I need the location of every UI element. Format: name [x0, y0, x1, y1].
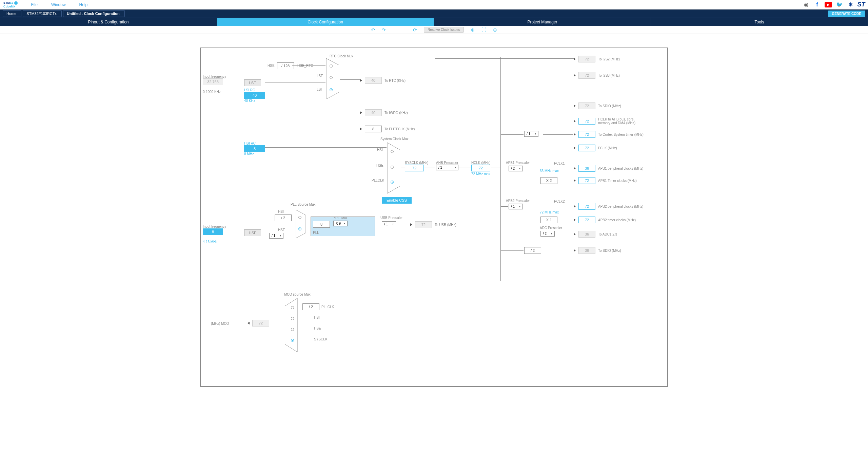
apb2-tim-val: 72 [578, 217, 595, 223]
menu-bar-left: STM32 CubeMx File Window Help [3, 1, 87, 8]
fit-icon[interactable]: ⛶ [481, 27, 486, 33]
st-logo-icon[interactable]: ST [858, 1, 865, 8]
breadcrumb-current: Untitled - Clock Configuration [63, 10, 125, 17]
rtc-out-txt: To RTC (KHz) [384, 79, 406, 82]
mco-mux[interactable] [285, 298, 298, 352]
svg-marker-1 [296, 210, 306, 238]
youtube-icon[interactable]: ▶ [825, 2, 832, 7]
hse-div-lbl: HSE [268, 64, 275, 68]
sdio2-val: 36 [578, 247, 595, 254]
ahb-prescaler-select[interactable]: / 1 [436, 165, 458, 170]
system-clock-mux[interactable] [387, 143, 400, 193]
rtc-out-val: 40 [365, 77, 382, 84]
tab-tools[interactable]: Tools [651, 18, 868, 26]
hse-freq-input[interactable]: 8 [203, 228, 223, 235]
apb1-tim-val: 72 [578, 177, 595, 184]
menu-bar-right: ◉ f ▶ 🐦 ✱ ST [803, 1, 865, 8]
adc-div-select[interactable]: / 2 [540, 231, 555, 237]
sysclk-val[interactable]: 72 [405, 165, 424, 171]
i2s2-val: 72 [578, 56, 595, 62]
i2s3-val: 72 [578, 72, 595, 79]
breadcrumb-home[interactable]: Home [3, 10, 21, 17]
iwdg-txt: To IWDG (KHz) [384, 111, 408, 115]
generate-code-button[interactable]: GENERATE CODE [828, 11, 866, 17]
pll-block: 8 *PLLMul X 9 PLL [311, 217, 375, 236]
hse-rtc-lbl: HSE_RTC [297, 64, 313, 68]
twitter-icon[interactable]: 🐦 [836, 1, 843, 8]
lsi-note: 40 KHz [244, 99, 265, 102]
hse-div128: / 128 [277, 62, 294, 69]
usb-div-select[interactable]: / 1 [382, 221, 396, 227]
iwdg-val: 40 [365, 109, 382, 116]
tab-project[interactable]: Project Manager [434, 18, 651, 26]
rtc-mux[interactable] [326, 58, 339, 99]
apb1-div-select[interactable]: / 2 [509, 166, 523, 171]
main-tabs: Pinout & Configuration Clock Configurati… [0, 18, 868, 26]
breadcrumb-bar: Home STM32F103RCTx Untitled - Clock Conf… [0, 10, 868, 18]
apb1-tim-mul: X 2 [540, 177, 557, 184]
menu-bar: STM32 CubeMx File Window Help ◉ f ▶ 🐦 ✱ … [0, 0, 868, 10]
flitf-val: 8 [365, 126, 382, 132]
cortex-val: 72 [578, 131, 595, 138]
hse-in-label: Input frequency [203, 225, 226, 228]
sdio-top-val: 72 [578, 102, 595, 109]
hclk-val[interactable]: 72 [471, 165, 490, 171]
svg-marker-2 [387, 143, 400, 193]
clock-diagram[interactable]: Input frequency 32.768 0-1000 KHz LSE LS… [200, 48, 668, 387]
menu-help[interactable]: Help [79, 2, 88, 7]
refresh-icon[interactable]: ⟳ [413, 27, 417, 33]
app-logo: STM32 CubeMx [3, 1, 18, 8]
pll-in: 8 [313, 221, 330, 228]
apb2-div-select[interactable]: / 1 [509, 204, 523, 209]
mco-div2: / 2 [302, 303, 319, 310]
fclk-val: 72 [578, 145, 595, 151]
lse-freq-input[interactable]: 32.768 [203, 78, 223, 85]
hsi-note: 8 MHz [244, 152, 265, 156]
apb2-tim-mul: X 1 [540, 217, 557, 223]
apb2-pclk-val: 72 [578, 203, 595, 210]
tab-pinout[interactable]: Pinout & Configuration [0, 18, 217, 26]
lse-osc-box[interactable]: LSE [244, 79, 261, 86]
undo-icon[interactable]: ↶ [371, 27, 375, 33]
zoom-in-icon[interactable]: ⊕ [471, 27, 475, 33]
rtc-mux-title: RTC Clock Mux [330, 54, 353, 58]
menu-window[interactable]: Window [51, 2, 66, 7]
pll-mul-select[interactable]: X 9 [333, 221, 348, 226]
hse-div-select[interactable]: / 1 [269, 233, 283, 239]
mco-title: MCO source Mux [284, 293, 311, 296]
hsi-label: HSI RC [244, 142, 265, 145]
tab-clock[interactable]: Clock Configuration [217, 18, 434, 26]
share-icon[interactable]: ✱ [847, 1, 854, 8]
hclk-ahb-val: 72 [578, 118, 595, 125]
resolve-clock-button[interactable]: Resolve Clock Issues [424, 27, 464, 33]
lsi-value: 40 [244, 92, 265, 99]
enable-css-button[interactable]: Enable CSS [382, 197, 412, 204]
apb1-pclk-val: 36 [578, 165, 595, 172]
redo-icon[interactable]: ↷ [382, 27, 386, 33]
hsi-value: 8 [244, 145, 265, 152]
lse-range: 0-1000 KHz [203, 90, 226, 94]
clock-toolbar: ↶ ↷ ⟳ Resolve Clock Issues ⊕ ⛶ ⊖ [0, 26, 868, 34]
lse-in-label: Input frequency [203, 75, 226, 78]
sysmux-title: System Clock Mux [380, 137, 409, 141]
menu-file[interactable]: File [31, 2, 38, 7]
hsi-div2: / 2 [275, 214, 292, 221]
cortex-div-select[interactable]: / 1 [524, 131, 538, 137]
zoom-out-icon[interactable]: ⊖ [493, 27, 497, 33]
usb-val: 72 [415, 221, 432, 228]
irc-icon[interactable]: ◉ [803, 1, 810, 8]
pll-src-title: PLL Source Mux [291, 203, 316, 206]
adc-val: 36 [578, 231, 595, 238]
breadcrumb-chip[interactable]: STM32F103RCTx [23, 10, 62, 17]
flitf-txt: To FLITFCLK (MHz) [384, 127, 415, 131]
facebook-icon[interactable]: f [814, 1, 821, 8]
sdio-div: / 2 [524, 247, 541, 254]
pll-source-mux[interactable] [296, 210, 306, 238]
mco-out-val: 72 [252, 320, 269, 326]
hse-osc-box[interactable]: HSE [244, 229, 261, 236]
lsi-label: LSI RC [244, 88, 265, 92]
hse-range: 4-16 MHz [203, 240, 226, 244]
svg-marker-0 [326, 58, 339, 99]
